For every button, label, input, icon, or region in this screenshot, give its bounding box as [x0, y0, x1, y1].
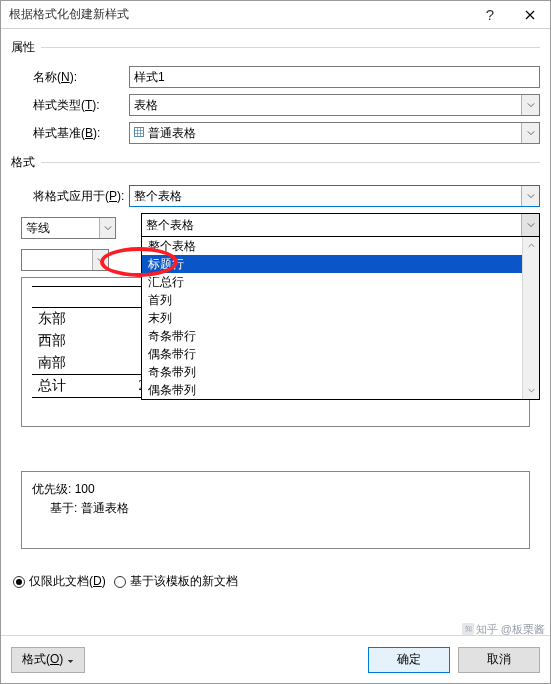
label-style-type: 样式类型(T):: [33, 97, 129, 114]
radio-template-new-doc[interactable]: 基于该模板的新文档: [114, 573, 238, 590]
dropdown-option[interactable]: 整个表格: [142, 237, 539, 255]
radio-only-this-doc[interactable]: 仅限此文档(D): [13, 573, 106, 590]
dropdown-option[interactable]: 奇条带行: [142, 327, 539, 345]
dropdown-option[interactable]: 偶条带行: [142, 345, 539, 363]
chevron-down-icon[interactable]: [521, 186, 539, 206]
scrollbar[interactable]: [522, 237, 539, 399]
scroll-up-icon[interactable]: [523, 237, 539, 254]
description-box: 优先级: 100 基于: 普通表格: [21, 471, 530, 549]
titlebar: 根据格式化创建新样式 ?: [1, 1, 550, 29]
row-apply-to: 将格式应用于(P): 整个表格: [11, 185, 540, 207]
row-style-type: 样式类型(T): 表格: [11, 94, 540, 116]
chevron-down-icon[interactable]: [521, 95, 539, 115]
chevron-down-icon[interactable]: [521, 214, 539, 236]
dropdown-option[interactable]: 奇条带列: [142, 363, 539, 381]
style-type-value: 表格: [130, 97, 521, 114]
border-combo[interactable]: [21, 249, 109, 271]
row-label: 东部: [32, 308, 92, 331]
row-label: 西部: [32, 330, 92, 352]
font-combo[interactable]: 等线: [21, 217, 116, 239]
dropdown-option[interactable]: 汇总行: [142, 273, 539, 291]
section-format: 格式: [11, 150, 540, 175]
dialog-content: 属性 名称(N): 样式类型(T): 表格 样式基准(B): 普通表格: [1, 29, 550, 635]
section-properties: 属性: [11, 35, 540, 60]
label-name: 名称(N):: [33, 69, 129, 86]
chevron-down-icon[interactable]: [521, 123, 539, 143]
ok-button[interactable]: 确定: [368, 647, 450, 673]
row-style-base: 样式基准(B): 普通表格: [11, 122, 540, 144]
svg-text:知: 知: [464, 624, 471, 633]
dialog: 根据格式化创建新样式 ? 属性 名称(N): 样式类型(T): 表格 样式基准(…: [0, 0, 551, 684]
dropdown-option[interactable]: 偶条带列: [142, 381, 539, 399]
close-icon: [525, 10, 535, 20]
help-button[interactable]: ?: [470, 1, 510, 29]
svg-rect-0: [135, 128, 144, 137]
radio-icon: [13, 576, 25, 588]
row-label: 南部: [32, 352, 92, 375]
radio-icon: [114, 576, 126, 588]
table-icon: [134, 126, 144, 140]
zhihu-icon: 知: [462, 623, 474, 635]
label-apply-to: 将格式应用于(P):: [33, 188, 129, 205]
close-button[interactable]: [510, 1, 550, 29]
dropdown-option[interactable]: 标题行: [142, 255, 539, 273]
section-properties-label: 属性: [11, 39, 35, 56]
desc-line-2: 基于: 普通表格: [32, 499, 519, 518]
chevron-down-icon: [67, 653, 74, 667]
apply-to-combo[interactable]: 整个表格: [129, 185, 540, 207]
dialog-title: 根据格式化创建新样式: [9, 6, 470, 23]
font-value: 等线: [22, 220, 99, 237]
watermark: 知知乎 @板栗酱: [462, 622, 545, 637]
chevron-down-icon[interactable]: [92, 250, 108, 270]
row-label: 总计: [32, 375, 92, 398]
cancel-button[interactable]: 取消: [458, 647, 540, 673]
chevron-down-icon[interactable]: [99, 218, 115, 238]
dropdown-option[interactable]: 末列: [142, 309, 539, 327]
scroll-down-icon[interactable]: [523, 382, 539, 399]
apply-to-dropdown: 整个表格 整个表格 标题行 汇总行 首列 末列 奇条带行 偶条带行 奇条带列 偶…: [141, 213, 540, 400]
section-format-label: 格式: [11, 154, 35, 171]
label-style-base: 样式基准(B):: [33, 125, 129, 142]
scope-radios: 仅限此文档(D) 基于该模板的新文档: [13, 573, 540, 590]
style-base-value: 普通表格: [130, 125, 521, 142]
footer: 格式(O) 确定 取消: [1, 635, 550, 683]
style-type-combo[interactable]: 表格: [129, 94, 540, 116]
dropdown-list: 整个表格 标题行 汇总行 首列 末列 奇条带行 偶条带行 奇条带列 偶条带列: [142, 236, 539, 399]
style-base-combo[interactable]: 普通表格: [129, 122, 540, 144]
dropdown-header[interactable]: 整个表格: [142, 214, 539, 236]
apply-to-value: 整个表格: [130, 188, 521, 205]
dropdown-option[interactable]: 首列: [142, 291, 539, 309]
name-input[interactable]: [129, 66, 540, 88]
desc-line-1: 优先级: 100: [32, 480, 519, 499]
format-button[interactable]: 格式(O): [11, 647, 85, 673]
row-name: 名称(N):: [11, 66, 540, 88]
